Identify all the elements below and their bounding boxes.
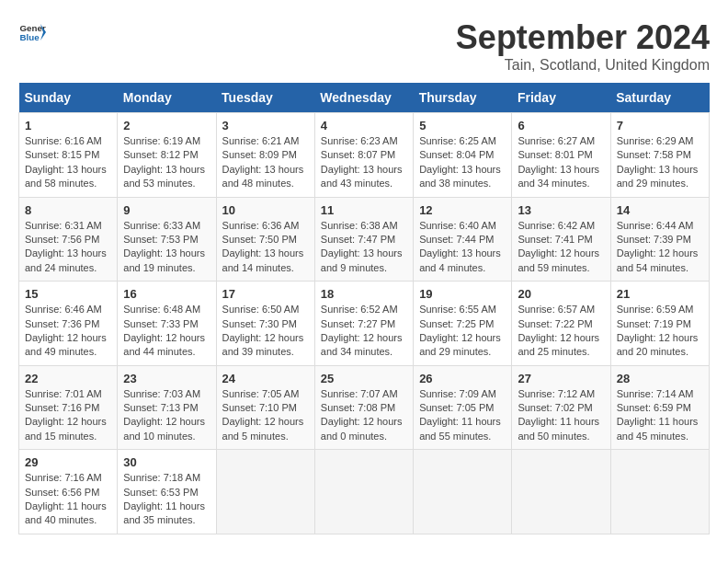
day-number: 26 xyxy=(419,372,506,385)
day-number: 27 xyxy=(518,372,604,385)
calendar-cell: 12 Sunrise: 6:40 AM Sunset: 7:44 PM Dayl… xyxy=(414,197,512,282)
col-saturday: Saturday xyxy=(610,83,709,113)
calendar-cell: 24 Sunrise: 7:05 AM Sunset: 7:10 PM Dayl… xyxy=(216,365,314,450)
day-number: 4 xyxy=(321,119,407,132)
calendar-cell: 6 Sunrise: 6:27 AM Sunset: 8:01 PM Dayli… xyxy=(512,113,610,198)
day-info: Sunrise: 6:31 AM Sunset: 7:56 PM Dayligh… xyxy=(25,219,111,276)
day-number: 16 xyxy=(123,287,210,301)
calendar-cell: 15 Sunrise: 6:46 AM Sunset: 7:36 PM Dayl… xyxy=(19,282,118,366)
day-number: 3 xyxy=(222,119,309,132)
day-number: 1 xyxy=(25,119,111,132)
day-info: Sunrise: 6:33 AM Sunset: 7:53 PM Dayligh… xyxy=(123,219,210,276)
day-number: 15 xyxy=(25,287,111,301)
day-info: Sunrise: 6:38 AM Sunset: 7:47 PM Dayligh… xyxy=(321,219,407,276)
day-info: Sunrise: 6:21 AM Sunset: 8:09 PM Dayligh… xyxy=(222,134,309,191)
logo-icon: General Blue xyxy=(18,18,46,46)
col-friday: Friday xyxy=(512,83,610,113)
calendar-cell: 11 Sunrise: 6:38 AM Sunset: 7:47 PM Dayl… xyxy=(314,197,413,282)
day-number: 8 xyxy=(25,203,111,217)
day-info: Sunrise: 6:52 AM Sunset: 7:27 PM Dayligh… xyxy=(321,303,407,360)
calendar-cell: 20 Sunrise: 6:57 AM Sunset: 7:22 PM Dayl… xyxy=(512,282,610,366)
svg-text:Blue: Blue xyxy=(20,32,40,42)
day-info: Sunrise: 6:40 AM Sunset: 7:44 PM Dayligh… xyxy=(419,219,506,276)
day-number: 19 xyxy=(419,287,506,301)
day-number: 18 xyxy=(321,287,407,301)
day-number: 23 xyxy=(123,372,210,385)
calendar-cell: 2 Sunrise: 6:19 AM Sunset: 8:12 PM Dayli… xyxy=(118,113,216,198)
day-number: 5 xyxy=(419,119,506,132)
day-number: 12 xyxy=(419,203,506,217)
day-info: Sunrise: 6:46 AM Sunset: 7:36 PM Dayligh… xyxy=(25,303,111,360)
day-info: Sunrise: 6:36 AM Sunset: 7:50 PM Dayligh… xyxy=(222,219,309,276)
calendar-cell xyxy=(216,450,314,534)
day-number: 2 xyxy=(123,119,210,132)
calendar-cell: 8 Sunrise: 6:31 AM Sunset: 7:56 PM Dayli… xyxy=(19,197,118,282)
day-number: 14 xyxy=(617,203,703,217)
week-row-3: 22 Sunrise: 7:01 AM Sunset: 7:16 PM Dayl… xyxy=(19,365,710,450)
day-number: 20 xyxy=(518,287,604,301)
calendar-cell: 5 Sunrise: 6:25 AM Sunset: 8:04 PM Dayli… xyxy=(414,113,512,198)
day-info: Sunrise: 7:09 AM Sunset: 7:05 PM Dayligh… xyxy=(419,387,506,444)
day-info: Sunrise: 7:05 AM Sunset: 7:10 PM Dayligh… xyxy=(222,387,309,444)
calendar-cell: 10 Sunrise: 6:36 AM Sunset: 7:50 PM Dayl… xyxy=(216,197,314,282)
calendar-cell: 19 Sunrise: 6:55 AM Sunset: 7:25 PM Dayl… xyxy=(414,282,512,366)
day-info: Sunrise: 6:16 AM Sunset: 8:15 PM Dayligh… xyxy=(25,134,111,191)
calendar-cell: 26 Sunrise: 7:09 AM Sunset: 7:05 PM Dayl… xyxy=(414,365,512,450)
day-info: Sunrise: 7:16 AM Sunset: 6:56 PM Dayligh… xyxy=(25,471,111,528)
day-info: Sunrise: 6:48 AM Sunset: 7:33 PM Dayligh… xyxy=(123,303,210,360)
calendar-cell: 27 Sunrise: 7:12 AM Sunset: 7:02 PM Dayl… xyxy=(512,365,610,450)
calendar-cell: 16 Sunrise: 6:48 AM Sunset: 7:33 PM Dayl… xyxy=(118,282,216,366)
col-sunday: Sunday xyxy=(19,83,118,113)
calendar-cell: 7 Sunrise: 6:29 AM Sunset: 7:58 PM Dayli… xyxy=(610,113,709,198)
calendar-cell: 4 Sunrise: 6:23 AM Sunset: 8:07 PM Dayli… xyxy=(314,113,413,198)
day-number: 30 xyxy=(123,455,210,469)
calendar-cell: 29 Sunrise: 7:16 AM Sunset: 6:56 PM Dayl… xyxy=(19,450,118,534)
day-info: Sunrise: 6:57 AM Sunset: 7:22 PM Dayligh… xyxy=(518,303,604,360)
day-number: 11 xyxy=(321,203,407,217)
day-info: Sunrise: 6:23 AM Sunset: 8:07 PM Dayligh… xyxy=(321,134,407,191)
day-number: 9 xyxy=(123,203,210,217)
calendar-cell: 21 Sunrise: 6:59 AM Sunset: 7:19 PM Dayl… xyxy=(610,282,709,366)
calendar-cell: 18 Sunrise: 6:52 AM Sunset: 7:27 PM Dayl… xyxy=(314,282,413,366)
day-info: Sunrise: 6:50 AM Sunset: 7:30 PM Dayligh… xyxy=(222,303,309,360)
header-row: Sunday Monday Tuesday Wednesday Thursday… xyxy=(19,83,710,113)
day-info: Sunrise: 6:59 AM Sunset: 7:19 PM Dayligh… xyxy=(617,303,703,360)
calendar-cell: 14 Sunrise: 6:44 AM Sunset: 7:39 PM Dayl… xyxy=(610,197,709,282)
day-number: 6 xyxy=(518,119,604,132)
calendar-cell: 13 Sunrise: 6:42 AM Sunset: 7:41 PM Dayl… xyxy=(512,197,610,282)
calendar-table: Sunday Monday Tuesday Wednesday Thursday… xyxy=(18,83,710,534)
day-info: Sunrise: 7:03 AM Sunset: 7:13 PM Dayligh… xyxy=(123,387,210,444)
calendar-cell: 17 Sunrise: 6:50 AM Sunset: 7:30 PM Dayl… xyxy=(216,282,314,366)
day-number: 17 xyxy=(222,287,309,301)
calendar-cell xyxy=(610,450,709,534)
day-number: 29 xyxy=(25,455,111,469)
day-info: Sunrise: 6:44 AM Sunset: 7:39 PM Dayligh… xyxy=(617,219,703,276)
day-info: Sunrise: 6:19 AM Sunset: 8:12 PM Dayligh… xyxy=(123,134,210,191)
calendar-cell: 22 Sunrise: 7:01 AM Sunset: 7:16 PM Dayl… xyxy=(19,365,118,450)
day-info: Sunrise: 7:18 AM Sunset: 6:53 PM Dayligh… xyxy=(123,471,210,528)
col-wednesday: Wednesday xyxy=(314,83,413,113)
day-info: Sunrise: 7:14 AM Sunset: 6:59 PM Dayligh… xyxy=(617,387,703,444)
logo: General Blue xyxy=(18,18,46,46)
day-number: 28 xyxy=(617,372,703,385)
col-monday: Monday xyxy=(118,83,216,113)
day-number: 7 xyxy=(617,119,703,132)
col-thursday: Thursday xyxy=(414,83,512,113)
day-info: Sunrise: 6:25 AM Sunset: 8:04 PM Dayligh… xyxy=(419,134,506,191)
page-header: General Blue September 2024 Tain, Scotla… xyxy=(18,18,710,74)
calendar-cell xyxy=(512,450,610,534)
day-number: 25 xyxy=(321,372,407,385)
week-row-4: 29 Sunrise: 7:16 AM Sunset: 6:56 PM Dayl… xyxy=(19,450,710,534)
day-number: 24 xyxy=(222,372,309,385)
day-info: Sunrise: 6:42 AM Sunset: 7:41 PM Dayligh… xyxy=(518,219,604,276)
location: Tain, Scotland, United Kingdom xyxy=(456,57,710,74)
calendar-cell xyxy=(414,450,512,534)
calendar-cell: 23 Sunrise: 7:03 AM Sunset: 7:13 PM Dayl… xyxy=(118,365,216,450)
day-number: 13 xyxy=(518,203,604,217)
day-number: 10 xyxy=(222,203,309,217)
day-info: Sunrise: 6:55 AM Sunset: 7:25 PM Dayligh… xyxy=(419,303,506,360)
month-title: September 2024 xyxy=(456,18,710,57)
calendar-cell: 25 Sunrise: 7:07 AM Sunset: 7:08 PM Dayl… xyxy=(314,365,413,450)
calendar-cell: 28 Sunrise: 7:14 AM Sunset: 6:59 PM Dayl… xyxy=(610,365,709,450)
day-info: Sunrise: 6:29 AM Sunset: 7:58 PM Dayligh… xyxy=(617,134,703,191)
